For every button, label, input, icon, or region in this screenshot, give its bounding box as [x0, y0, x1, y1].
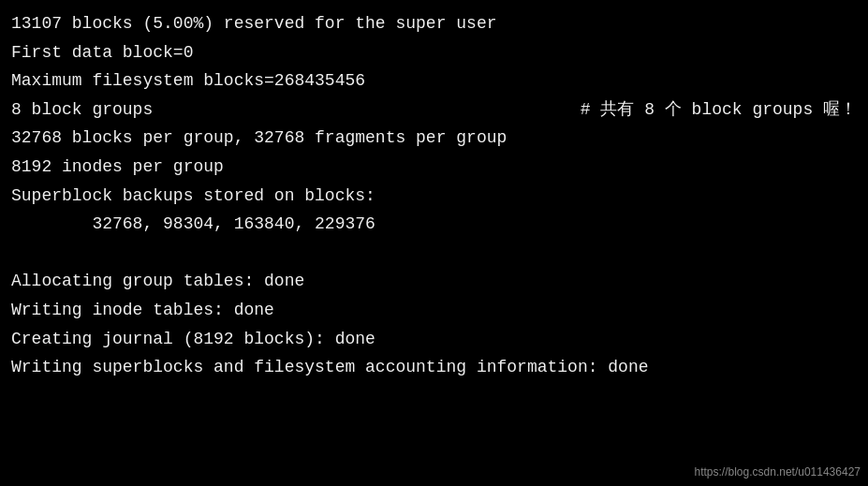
watermark: https://blog.csdn.net/u011436427 — [695, 465, 861, 479]
output-line-12: Writing superblocks and filesystem accou… — [11, 353, 857, 382]
output-line-10: Writing inode tables: done — [11, 296, 857, 325]
line-comment-4: # 共有 8 个 block groups 喔！ — [581, 96, 857, 125]
output-line-9: Allocating group tables: done — [11, 267, 857, 296]
terminal-window: 13107 blocks (5.00%) reserved for the su… — [0, 0, 868, 486]
output-line-2: First data block=0 — [11, 38, 857, 67]
line-text-11: Creating journal (8192 blocks): done — [11, 325, 375, 354]
line-text-3: Maximum filesystem blocks=268435456 — [11, 66, 365, 96]
line-text-10: Writing inode tables: done — [11, 296, 274, 325]
output-line-8: 32768, 98304, 163840, 229376 — [11, 210, 857, 239]
line-text-6: 8192 inodes per group — [11, 153, 224, 182]
line-text-7: Superblock backups stored on blocks: — [11, 182, 375, 211]
output-line-5: 32768 blocks per group, 32768 fragments … — [11, 124, 857, 153]
line-text-1: 13107 blocks (5.00%) reserved for the su… — [11, 9, 496, 38]
output-line-3: Maximum filesystem blocks=268435456 — [11, 66, 857, 96]
line-text-8: 32768, 98304, 163840, 229376 — [11, 210, 375, 239]
output-line-6: 8192 inodes per group — [11, 153, 857, 182]
output-line-4: 8 block groups # 共有 8 个 block groups 喔！ — [11, 96, 857, 125]
output-line-11: Creating journal (8192 blocks): done — [11, 325, 857, 354]
output-line-1: 13107 blocks (5.00%) reserved for the su… — [11, 9, 857, 38]
blank-line-1 — [11, 239, 857, 268]
line-text-2: First data block=0 — [11, 38, 193, 67]
line-text-9: Allocating group tables: done — [11, 267, 304, 296]
line-text-4: 8 block groups — [11, 96, 153, 125]
line-text-5: 32768 blocks per group, 32768 fragments … — [11, 124, 507, 153]
line-text-12: Writing superblocks and filesystem accou… — [11, 353, 649, 382]
output-line-7: Superblock backups stored on blocks: — [11, 182, 857, 211]
